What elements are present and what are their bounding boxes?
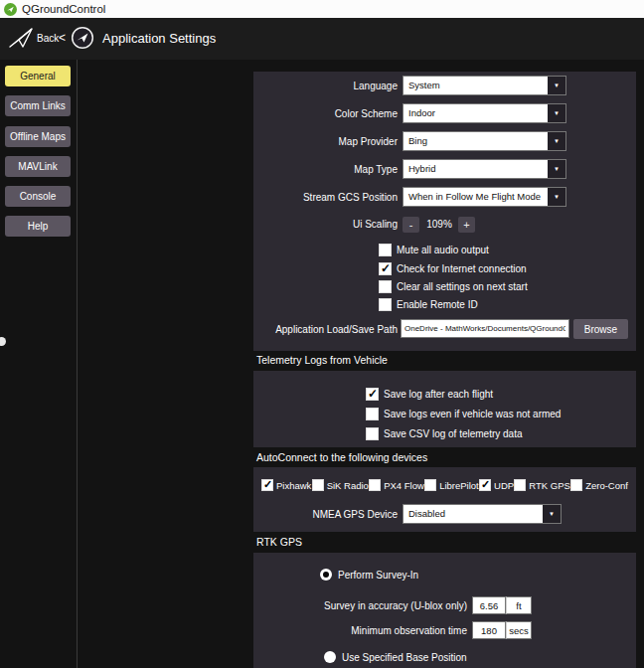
map-provider-label: Map Provider xyxy=(253,136,398,147)
ui-scale-decrease-button[interactable]: - xyxy=(402,217,419,233)
device-librepilot: LibrePilot xyxy=(424,479,479,491)
rtk-gps-panel: Perform Survey-In Survey in accuracy (U-… xyxy=(253,553,636,668)
pixhawk-checkbox[interactable] xyxy=(261,479,273,491)
ui-scale-increase-button[interactable]: + xyxy=(458,217,475,233)
app-header: Back < Application Settings xyxy=(0,18,644,60)
dropdown-value: Indoor xyxy=(408,107,435,118)
remote-id-checkbox[interactable] xyxy=(379,298,392,311)
autoconnect-panel: Pixhawk SiK Radio PX4 Flow LibrePilot UD… xyxy=(253,467,636,532)
back-plane-icon[interactable] xyxy=(8,26,34,54)
sidebar-item-console[interactable]: Console xyxy=(5,186,71,207)
use-specified-base-position-label: Use Specified Base Position xyxy=(342,652,467,663)
map-type-label: Map Type xyxy=(253,164,398,175)
px4-flow-checkbox[interactable] xyxy=(369,479,381,491)
survey-accuracy-input[interactable] xyxy=(472,596,506,614)
general-settings-panel: Language System ▼ Color Scheme Indoor ▼ … xyxy=(253,72,636,351)
save-csv-checkbox[interactable] xyxy=(366,427,379,440)
zero-conf-label: Zero-Conf xyxy=(585,480,628,491)
section-title-telemetry: Telemetry Logs from Vehicle xyxy=(256,354,388,366)
observation-time-input[interactable] xyxy=(472,621,506,639)
stream-gcs-position-dropdown[interactable]: When in Follow Me Flight Mode ▼ xyxy=(402,187,566,207)
save-logs-not-armed-checkbox[interactable] xyxy=(366,408,379,420)
section-title-rtk-gps: RTK GPS xyxy=(256,536,302,548)
clear-settings-checkbox[interactable] xyxy=(379,280,392,293)
perform-survey-in-radio[interactable] xyxy=(320,569,332,581)
device-zero-conf: Zero-Conf xyxy=(570,479,628,491)
rtk-gps-checkbox[interactable] xyxy=(514,479,526,491)
stream-gcs-position-label: Stream GCS Position xyxy=(253,192,398,203)
sik-radio-label: SiK Radio xyxy=(327,480,369,491)
sidebar-item-general[interactable]: General xyxy=(5,66,71,86)
qgc-logo-icon xyxy=(4,3,17,16)
sidebar-item-comm-links[interactable]: Comm Links xyxy=(5,95,71,116)
internet-check-label: Check for Internet connection xyxy=(397,263,527,274)
sidebar-item-offline-maps[interactable]: Offline Maps xyxy=(5,126,71,147)
nmea-gps-device-dropdown[interactable]: Disabled ▼ xyxy=(402,504,562,524)
mute-audio-label: Mute all audio output xyxy=(397,245,489,255)
chevron-down-icon: ▼ xyxy=(548,77,565,94)
dropdown-value: System xyxy=(408,80,440,90)
sidebar-item-mavlink[interactable]: MAVLink xyxy=(5,156,71,177)
telemetry-panel: Save log after each flight Save logs eve… xyxy=(253,371,636,447)
language-label: Language xyxy=(253,81,398,91)
perform-survey-in-label: Perform Survey-In xyxy=(338,570,418,581)
map-type-dropdown[interactable]: Hybrid ▼ xyxy=(402,159,566,179)
survey-accuracy-label: Survey in accuracy (U-blox only) xyxy=(253,600,467,611)
internet-check-checkbox[interactable] xyxy=(379,262,392,275)
save-path-label: Application Load/Save Path xyxy=(253,324,398,335)
section-title-autoconnect: AutoConnect to the following devices xyxy=(256,451,427,463)
remote-id-label: Enable Remote ID xyxy=(397,299,478,310)
pixhawk-label: Pixhawk xyxy=(276,480,311,491)
save-path-input[interactable] xyxy=(401,319,569,338)
sidebar-divider xyxy=(77,60,78,668)
dropdown-value: When in Follow Me Flight Mode xyxy=(408,191,541,202)
device-px4-flow: PX4 Flow xyxy=(369,479,424,491)
color-scheme-dropdown[interactable]: Indoor ▼ xyxy=(402,103,566,123)
chevron-down-icon: ▼ xyxy=(543,505,561,523)
chevron-left-icon: < xyxy=(59,31,66,45)
color-scheme-label: Color Scheme xyxy=(253,108,398,119)
mute-audio-checkbox[interactable] xyxy=(379,244,392,256)
save-log-checkbox[interactable] xyxy=(366,388,379,401)
chevron-down-icon: ▼ xyxy=(548,104,565,122)
autoconnect-device-row: Pixhawk SiK Radio PX4 Flow LibrePilot UD… xyxy=(261,479,628,491)
udp-checkbox[interactable] xyxy=(479,479,491,491)
device-rtk-gps: RTK GPS xyxy=(514,479,570,491)
language-dropdown[interactable]: System ▼ xyxy=(402,76,566,95)
clear-settings-label: Clear all settings on next start xyxy=(397,281,528,292)
page-title: Application Settings xyxy=(102,31,216,46)
dropdown-value: Disabled xyxy=(408,508,445,519)
librepilot-checkbox[interactable] xyxy=(424,479,436,491)
device-pixhawk: Pixhawk xyxy=(261,479,311,491)
sik-radio-checkbox[interactable] xyxy=(312,479,324,491)
zero-conf-checkbox[interactable] xyxy=(570,479,582,491)
chevron-down-icon: ▼ xyxy=(548,160,565,178)
rtk-gps-label: RTK GPS xyxy=(529,480,570,491)
chevron-down-icon: ▼ xyxy=(548,132,565,150)
back-button[interactable]: Back xyxy=(37,33,59,44)
browse-button[interactable]: Browse xyxy=(573,319,628,339)
chevron-down-icon: ▼ xyxy=(548,188,565,206)
use-specified-base-position-radio[interactable] xyxy=(324,651,336,663)
observation-time-label: Minimum observation time xyxy=(253,625,467,636)
save-log-label: Save log after each flight xyxy=(384,389,493,400)
ui-scale-value: 109% xyxy=(422,219,456,230)
dropdown-value: Bing xyxy=(408,135,427,146)
settings-q-logo-icon xyxy=(71,26,94,54)
sidebar-item-help[interactable]: Help xyxy=(5,216,71,237)
left-edge-indicator xyxy=(0,337,6,346)
dropdown-value: Hybrid xyxy=(408,163,435,174)
device-udp: UDP xyxy=(479,479,514,491)
map-provider-dropdown[interactable]: Bing ▼ xyxy=(402,131,566,151)
udp-label: UDP xyxy=(494,480,514,491)
survey-accuracy-unit: ft xyxy=(506,596,532,614)
nmea-gps-device-label: NMEA GPS Device xyxy=(253,509,398,520)
window-title: QGroundControl xyxy=(22,3,105,15)
device-sik-radio: SiK Radio xyxy=(312,479,369,491)
observation-time-unit: secs xyxy=(506,621,532,639)
save-csv-label: Save CSV log of telemetry data xyxy=(384,428,523,439)
px4-flow-label: PX4 Flow xyxy=(384,480,424,491)
librepilot-label: LibrePilot xyxy=(439,480,479,491)
save-logs-not-armed-label: Save logs even if vehicle was not armed xyxy=(384,409,561,419)
ui-scaling-label: Ui Scaling xyxy=(253,219,398,230)
